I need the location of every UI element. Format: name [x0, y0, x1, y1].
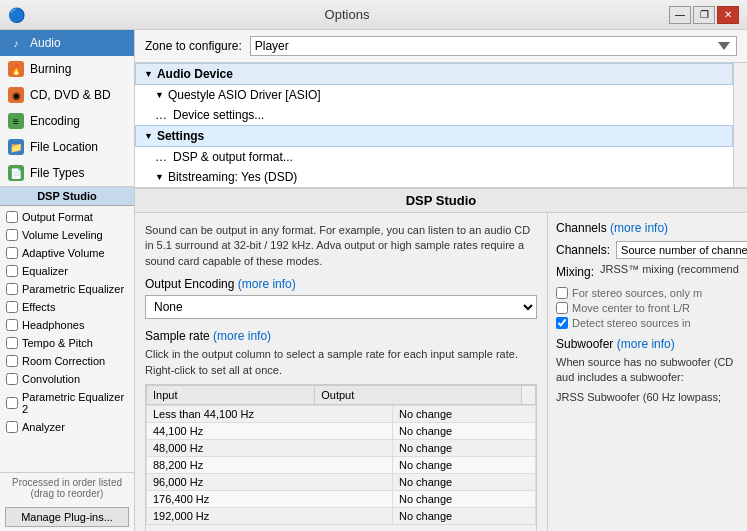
device-settings-dots: … [155, 108, 167, 122]
driver-item[interactable]: ▼ Questyle ASIO Driver [ASIO] [135, 85, 733, 105]
output-cell[interactable]: No change [392, 490, 535, 507]
parametric-eq-checkbox[interactable] [6, 283, 18, 295]
dsp-list: Output Format Volume Leveling Adaptive V… [0, 206, 134, 472]
channels-input[interactable] [616, 241, 747, 259]
output-format-checkbox[interactable] [6, 211, 18, 223]
dsp-studio-sidebar-title: DSP Studio [0, 187, 134, 206]
dsp-output-label: DSP & output format... [173, 150, 293, 164]
dsp-output-item[interactable]: … DSP & output format... [135, 147, 733, 167]
dsp-label-adaptive-volume: Adaptive Volume [22, 247, 105, 259]
input-cell[interactable]: 176,400 Hz [147, 490, 393, 507]
adaptive-volume-checkbox[interactable] [6, 247, 18, 259]
dsp-item-tempo-pitch[interactable]: Tempo & Pitch [0, 334, 134, 352]
headphones-checkbox[interactable] [6, 319, 18, 331]
sidebar-item-encoding[interactable]: ≡ Encoding [0, 108, 134, 134]
dsp-item-headphones[interactable]: Headphones [0, 316, 134, 334]
dsp-dots: … [155, 150, 167, 164]
input-cell[interactable]: 88,200 Hz [147, 456, 393, 473]
input-col-header: Input [147, 385, 315, 404]
dsp-item-output-format[interactable]: Output Format [0, 208, 134, 226]
checkbox-stereo-only[interactable]: For stereo sources, only m [556, 287, 739, 299]
output-cell[interactable]: No change [392, 507, 535, 524]
output-cell[interactable]: No change [392, 439, 535, 456]
dsp-item-adaptive-volume[interactable]: Adaptive Volume [0, 244, 134, 262]
equalizer-checkbox[interactable] [6, 265, 18, 277]
more-info-encoding-link[interactable]: (more info) [238, 277, 296, 291]
stereo-only-checkbox[interactable] [556, 287, 568, 299]
mixing-label: Mixing: [556, 263, 594, 279]
dsp-item-analyzer[interactable]: Analyzer [0, 418, 134, 436]
dsp-label-equalizer: Equalizer [22, 265, 68, 277]
sidebar-item-cd-dvd[interactable]: ◉ CD, DVD & BD [0, 82, 134, 108]
parametric-eq2-checkbox[interactable] [6, 397, 18, 409]
close-button[interactable]: ✕ [717, 6, 739, 24]
checkbox-move-center[interactable]: Move center to front L/R [556, 302, 739, 314]
bitstreaming-item[interactable]: ▼ Bitstreaming: Yes (DSD) [135, 167, 733, 187]
table-row[interactable]: Less than 44,100 HzNo change [147, 405, 536, 422]
dsp-right-panel: Channels (more info) Channels: Mixing: J… [547, 213, 747, 531]
dsp-item-convolution[interactable]: Convolution [0, 370, 134, 388]
encoding-select[interactable]: None [145, 295, 537, 319]
audio-device-content: ▼ Audio Device ▼ Questyle ASIO Driver [A… [135, 63, 747, 187]
output-encoding-label: Output Encoding (more info) [145, 277, 537, 291]
main-layout: ♪ Audio 🔥 Burning ◉ CD, DVD & BD ≡ Encod… [0, 30, 747, 531]
table-row[interactable]: 176,400 HzNo change [147, 490, 536, 507]
input-cell[interactable]: 48,000 Hz [147, 439, 393, 456]
sidebar-item-audio[interactable]: ♪ Audio [0, 30, 134, 56]
dsp-label-headphones: Headphones [22, 319, 84, 331]
move-center-checkbox[interactable] [556, 302, 568, 314]
restore-button[interactable]: ❐ [693, 6, 715, 24]
analyzer-checkbox[interactable] [6, 421, 18, 433]
sidebar-item-file-types[interactable]: 📄 File Types [0, 160, 134, 186]
bitstreaming-label: Bitstreaming: Yes (DSD) [168, 170, 297, 184]
scrollbar-right[interactable] [733, 63, 747, 187]
room-correction-checkbox[interactable] [6, 355, 18, 367]
table-row[interactable]: 192,000 HzNo change [147, 507, 536, 524]
sidebar-item-burning[interactable]: 🔥 Burning [0, 56, 134, 82]
table-row[interactable]: 44,100 HzNo change [147, 422, 536, 439]
dsp-footer-text: Processed in order listed (drag to reord… [0, 472, 134, 503]
dsp-item-equalizer[interactable]: Equalizer [0, 262, 134, 280]
more-info-sr-link[interactable]: (more info) [213, 329, 271, 343]
volume-leveling-checkbox[interactable] [6, 229, 18, 241]
convolution-checkbox[interactable] [6, 373, 18, 385]
options-bar: Zone to configure: Player [135, 30, 747, 63]
detect-stereo-checkbox[interactable] [556, 317, 568, 329]
input-cell[interactable]: 96,000 Hz [147, 473, 393, 490]
output-cell[interactable]: No change [392, 456, 535, 473]
output-cell[interactable]: No change [392, 405, 535, 422]
table-row[interactable]: 88,200 HzNo change [147, 456, 536, 473]
dsp-item-volume-leveling[interactable]: Volume Leveling [0, 226, 134, 244]
input-cell[interactable]: 44,100 Hz [147, 422, 393, 439]
zone-select[interactable]: Player [250, 36, 737, 56]
effects-checkbox[interactable] [6, 301, 18, 313]
sample-rate-scroll[interactable]: Less than 44,100 HzNo change44,100 HzNo … [146, 405, 536, 531]
scroll-col-header [522, 385, 536, 404]
settings-header[interactable]: ▼ Settings [135, 125, 733, 147]
dsp-label-tempo-pitch: Tempo & Pitch [22, 337, 93, 349]
subwoofer-more-info-link[interactable]: (more info) [617, 337, 675, 351]
table-row[interactable]: 96,000 HzNo change [147, 473, 536, 490]
dsp-item-effects[interactable]: Effects [0, 298, 134, 316]
sidebar-item-file-location[interactable]: 📁 File Location [0, 134, 134, 160]
output-cell[interactable]: No change [392, 473, 535, 490]
dsp-item-parametric-eq2[interactable]: Parametric Equalizer 2 [0, 388, 134, 418]
detect-stereo-label: Detect stereo sources in [572, 317, 691, 329]
dsp-label-convolution: Convolution [22, 373, 80, 385]
input-cell[interactable]: 192,000 Hz [147, 507, 393, 524]
audio-device-header[interactable]: ▼ Audio Device [135, 63, 733, 85]
channels-section-label: Channels (more info) [556, 221, 739, 235]
channels-more-info-link[interactable]: (more info) [610, 221, 668, 235]
output-cell[interactable]: No change [392, 422, 535, 439]
dsp-item-room-correction[interactable]: Room Correction [0, 352, 134, 370]
dsp-item-parametric-eq[interactable]: Parametric Equalizer [0, 280, 134, 298]
device-settings-item[interactable]: … Device settings... [135, 105, 733, 125]
checkbox-detect-stereo[interactable]: Detect stereo sources in [556, 317, 739, 329]
manage-plugins-button[interactable]: Manage Plug-ins... [5, 507, 129, 527]
minimize-button[interactable]: — [669, 6, 691, 24]
dsp-left-panel: Sound can be output in any format. For e… [135, 213, 547, 531]
tempo-pitch-checkbox[interactable] [6, 337, 18, 349]
table-row[interactable]: 48,000 HzNo change [147, 439, 536, 456]
input-cell[interactable]: Less than 44,100 Hz [147, 405, 393, 422]
sample-rate-desc: Click in the output column to select a s… [145, 347, 537, 378]
